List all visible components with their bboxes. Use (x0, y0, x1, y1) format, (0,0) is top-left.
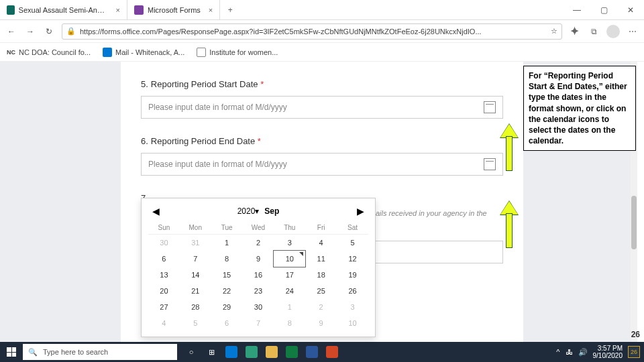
date-input-row (141, 153, 503, 176)
calendar-day[interactable]: 9 (243, 251, 274, 267)
tray-overflow-icon[interactable]: ^ (556, 348, 559, 356)
taskbar-app-outlook[interactable] (221, 342, 241, 362)
volume-icon[interactable]: 🔊 (578, 348, 588, 357)
question-label: 6.Reporting Period End Date * (141, 136, 503, 146)
calendar-day[interactable]: 22 (211, 283, 243, 299)
calendar-day[interactable]: 3 (274, 235, 305, 251)
calendar-day[interactable]: 6 (211, 315, 243, 331)
calendar-day[interactable]: 10 (337, 315, 368, 331)
calendar-day[interactable]: 25 (305, 283, 337, 299)
year-select[interactable]: 2020 ▾ (237, 206, 260, 216)
calendar-day[interactable]: 11 (305, 251, 337, 267)
next-month-button[interactable]: ▶ (357, 206, 364, 217)
tab-close-icon[interactable]: × (116, 6, 120, 14)
maximize-button[interactable]: ▢ (590, 0, 617, 19)
partial-text: ails received in your agency in the (376, 209, 487, 217)
month-label[interactable]: Sep (264, 206, 279, 216)
url-input[interactable]: 🔒 https://forms.office.com/Pages/Respons… (62, 23, 562, 40)
task-view-button[interactable]: ⊞ (201, 342, 221, 362)
calendar-day[interactable]: 6 (148, 251, 180, 267)
calendar-day[interactable]: 26 (337, 283, 368, 299)
calendar-day[interactable]: 1 (274, 299, 305, 315)
end-date-input[interactable] (148, 160, 484, 169)
calendar-day[interactable]: 14 (180, 267, 211, 283)
date-picker: ◀ 2020 ▾ Sep ▶ SunMonTueWedThuFriSat 303… (141, 198, 376, 337)
slide-number: 26 (631, 330, 640, 339)
calendar-day[interactable]: 28 (180, 299, 211, 315)
reload-button[interactable]: ↻ (43, 27, 55, 36)
collections-button[interactable]: ⧉ (588, 27, 600, 36)
clock[interactable]: 3:57 PM 9/10/2020 (593, 345, 623, 359)
calendar-day[interactable]: 7 (180, 251, 211, 267)
calendar-day[interactable]: 16 (243, 267, 274, 283)
calendar-day[interactable]: 31 (180, 235, 211, 251)
calendar-day[interactable]: 2 (305, 299, 337, 315)
more-menu-button[interactable]: ⋯ (627, 27, 639, 36)
calendar-day[interactable]: 19 (337, 267, 368, 283)
tab-title: Sexual Assault Semi-Annual Stat (19, 6, 108, 14)
cortana-button[interactable]: ○ (181, 342, 201, 362)
notification-center[interactable]: 26 (628, 346, 640, 358)
bookmark-item[interactable]: Institute for women... (197, 48, 278, 57)
taskbar-app-edge[interactable] (241, 342, 262, 362)
calendar-day[interactable]: 15 (211, 267, 243, 283)
calendar-day[interactable]: 30 (243, 299, 274, 315)
calendar-day[interactable]: 20 (148, 283, 180, 299)
tab-1[interactable]: Sexual Assault Semi-Annual Stat × (0, 0, 127, 19)
network-icon[interactable]: 🖧 (566, 348, 573, 356)
bookmark-item[interactable]: NC NC DOA: Council fo... (7, 48, 91, 56)
profile-avatar[interactable] (606, 25, 620, 38)
bookmark-item[interactable]: Mail - Whitenack, A... (103, 48, 184, 57)
calendar-day[interactable]: 2 (243, 235, 274, 251)
clock-date: 9/10/2020 (593, 352, 623, 359)
calendar-day[interactable]: 3 (337, 299, 368, 315)
calendar-icon[interactable] (484, 158, 496, 170)
new-tab-button[interactable]: + (220, 0, 240, 19)
calendar-day[interactable]: 17 (274, 267, 305, 283)
calendar-day[interactable]: 8 (274, 315, 305, 331)
calendar-day[interactable]: 8 (211, 251, 243, 267)
taskbar-app-powerpoint[interactable] (322, 342, 342, 362)
calendar-day[interactable]: 10 (274, 251, 305, 267)
url-text: https://forms.office.com/Pages/ResponseP… (80, 27, 547, 36)
calendar-day[interactable]: 23 (243, 283, 274, 299)
minimize-button[interactable]: — (564, 0, 590, 19)
bookmark-star-icon[interactable]: ☆ (551, 27, 557, 36)
search-icon: 🔍 (28, 348, 38, 357)
calendar-day[interactable]: 4 (305, 235, 337, 251)
calendar-day[interactable]: 29 (211, 299, 243, 315)
forward-button[interactable]: → (24, 27, 36, 36)
back-button[interactable]: ← (5, 27, 17, 36)
dow-header: Sat (337, 221, 368, 235)
annotation-callout: For “Reporting Period Start & End Dates,… (523, 66, 636, 151)
dow-header: Tue (211, 221, 243, 235)
calendar-day[interactable]: 30 (148, 235, 180, 251)
calendar-day[interactable]: 5 (180, 315, 211, 331)
calendar-day[interactable]: 12 (337, 251, 368, 267)
calendar-icon[interactable] (484, 101, 496, 113)
start-button[interactable] (0, 347, 23, 357)
scrollbar-thumb[interactable] (631, 196, 637, 249)
tab-2[interactable]: Microsoft Forms × (127, 0, 220, 19)
calendar-day[interactable]: 5 (337, 235, 368, 251)
close-window-button[interactable]: ✕ (617, 0, 644, 19)
taskbar-app-excel[interactable] (282, 342, 302, 362)
calendar-day[interactable]: 18 (305, 267, 337, 283)
calendar-day[interactable]: 24 (274, 283, 305, 299)
taskbar-search[interactable]: 🔍 Type here to search (23, 344, 177, 360)
calendar-day[interactable]: 27 (148, 299, 180, 315)
calendar-day[interactable]: 13 (148, 267, 180, 283)
tab-close-icon[interactable]: × (209, 6, 213, 14)
calendar-day[interactable]: 9 (305, 315, 337, 331)
tab-favicon (7, 5, 15, 15)
favorites-button[interactable]: ⯌ (569, 27, 581, 36)
question-label: 5.Reporting Period Start Date * (141, 79, 503, 89)
taskbar-app-explorer[interactable] (262, 342, 282, 362)
calendar-day[interactable]: 4 (148, 315, 180, 331)
start-date-input[interactable] (148, 103, 484, 112)
calendar-day[interactable]: 1 (211, 235, 243, 251)
taskbar-app-word[interactable] (302, 342, 322, 362)
prev-month-button[interactable]: ◀ (152, 206, 160, 217)
calendar-day[interactable]: 7 (243, 315, 274, 331)
calendar-day[interactable]: 21 (180, 283, 211, 299)
